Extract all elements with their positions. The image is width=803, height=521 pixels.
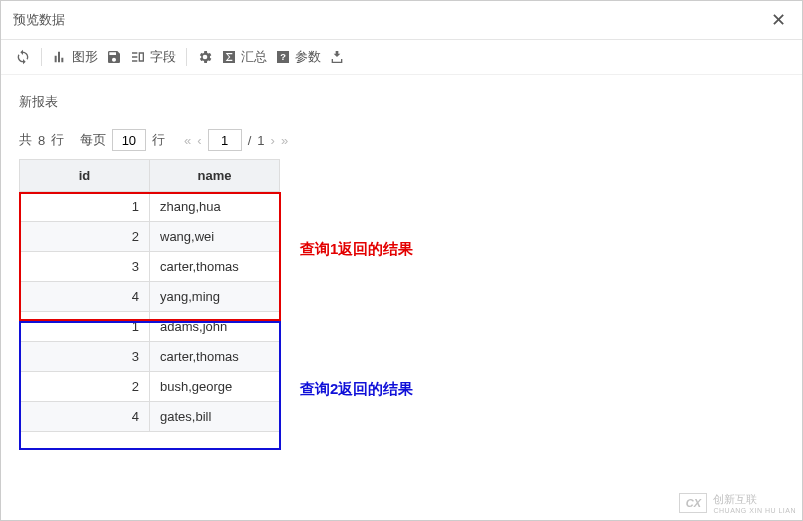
page-total: 1 xyxy=(257,133,264,148)
table-row[interactable]: 2wang,wei xyxy=(20,222,280,252)
pager-last-icon[interactable]: » xyxy=(281,133,288,148)
gear-icon xyxy=(197,49,213,65)
page-input[interactable] xyxy=(208,129,242,151)
refresh-button[interactable] xyxy=(15,49,31,65)
total-prefix: 共 xyxy=(19,131,32,149)
save-icon xyxy=(106,49,122,65)
window-title: 预览数据 xyxy=(13,11,65,29)
watermark-logo: CX xyxy=(679,493,707,513)
cell-name: zhang,hua xyxy=(150,192,280,222)
separator xyxy=(41,48,42,66)
cell-name: bush,george xyxy=(150,372,280,402)
chart-icon xyxy=(52,49,68,65)
col-name[interactable]: name xyxy=(150,160,280,192)
table-row[interactable]: 4gates,bill xyxy=(20,402,280,432)
data-table: id name 1zhang,hua 2wang,wei 3carter,tho… xyxy=(19,159,280,432)
settings-button[interactable] xyxy=(197,49,213,65)
watermark-sub: CHUANG XIN HU LIAN xyxy=(713,507,796,514)
pager-first-icon[interactable]: « xyxy=(184,133,191,148)
refresh-icon xyxy=(15,49,31,65)
summary-button[interactable]: 汇总 xyxy=(221,48,267,66)
params-button[interactable]: ? 参数 xyxy=(275,48,321,66)
fields-icon xyxy=(130,49,146,65)
perpage-input[interactable] xyxy=(112,129,146,151)
question-icon: ? xyxy=(275,49,291,65)
total-rows: 8 xyxy=(38,133,45,148)
cell-id: 3 xyxy=(20,252,150,282)
header-row: id name xyxy=(20,160,280,192)
titlebar: 预览数据 ✕ xyxy=(1,1,802,40)
report-title: 新报表 xyxy=(19,93,784,111)
perpage-prefix: 每页 xyxy=(80,131,106,149)
cell-id: 4 xyxy=(20,282,150,312)
annotation-query1: 查询1返回的结果 xyxy=(300,240,413,259)
cell-name: adams,john xyxy=(150,312,280,342)
pager-prev-icon[interactable]: ‹ xyxy=(197,133,201,148)
watermark: CX 创新互联 CHUANG XIN HU LIAN xyxy=(679,492,796,514)
svg-text:?: ? xyxy=(280,52,286,62)
cell-name: carter,thomas xyxy=(150,252,280,282)
params-label: 参数 xyxy=(295,48,321,66)
perpage-suffix: 行 xyxy=(152,131,165,149)
cell-id: 2 xyxy=(20,372,150,402)
cell-id: 2 xyxy=(20,222,150,252)
cell-id: 1 xyxy=(20,192,150,222)
summary-label: 汇总 xyxy=(241,48,267,66)
table-row[interactable]: 3carter,thomas xyxy=(20,252,280,282)
pager: 共 8 行 每页 行 « ‹ / 1 › » xyxy=(19,129,784,151)
page-sep: / xyxy=(248,133,252,148)
total-suffix: 行 xyxy=(51,131,64,149)
cell-name: wang,wei xyxy=(150,222,280,252)
cell-name: carter,thomas xyxy=(150,342,280,372)
fields-button[interactable]: 字段 xyxy=(130,48,176,66)
content-area: 新报表 共 8 行 每页 行 « ‹ / 1 › » id xyxy=(1,75,802,442)
sigma-icon xyxy=(221,49,237,65)
col-id[interactable]: id xyxy=(20,160,150,192)
cell-name: yang,ming xyxy=(150,282,280,312)
close-icon[interactable]: ✕ xyxy=(767,9,790,31)
cell-id: 3 xyxy=(20,342,150,372)
export-icon xyxy=(329,49,345,65)
annotations: 查询1返回的结果 查询2返回的结果 xyxy=(300,159,413,419)
separator xyxy=(186,48,187,66)
cell-id: 1 xyxy=(20,312,150,342)
annotation-query2: 查询2返回的结果 xyxy=(300,380,413,399)
table-row[interactable]: 2bush,george xyxy=(20,372,280,402)
pager-next-icon[interactable]: › xyxy=(271,133,275,148)
chart-label: 图形 xyxy=(72,48,98,66)
cell-id: 4 xyxy=(20,402,150,432)
table-wrap: id name 1zhang,hua 2wang,wei 3carter,tho… xyxy=(19,159,280,432)
fields-label: 字段 xyxy=(150,48,176,66)
export-button[interactable] xyxy=(329,49,345,65)
chart-button[interactable]: 图形 xyxy=(52,48,98,66)
table-row[interactable]: 1adams,john xyxy=(20,312,280,342)
cell-name: gates,bill xyxy=(150,402,280,432)
table-row[interactable]: 4yang,ming xyxy=(20,282,280,312)
main-row: id name 1zhang,hua 2wang,wei 3carter,tho… xyxy=(19,159,784,432)
toolbar: 图形 字段 汇总 ? 参数 xyxy=(1,40,802,75)
preview-window: 预览数据 ✕ 图形 字段 汇总 ? 参数 xyxy=(0,0,803,521)
table-row[interactable]: 3carter,thomas xyxy=(20,342,280,372)
watermark-brand: 创新互联 xyxy=(713,492,796,507)
table-row[interactable]: 1zhang,hua xyxy=(20,192,280,222)
save-button[interactable] xyxy=(106,49,122,65)
